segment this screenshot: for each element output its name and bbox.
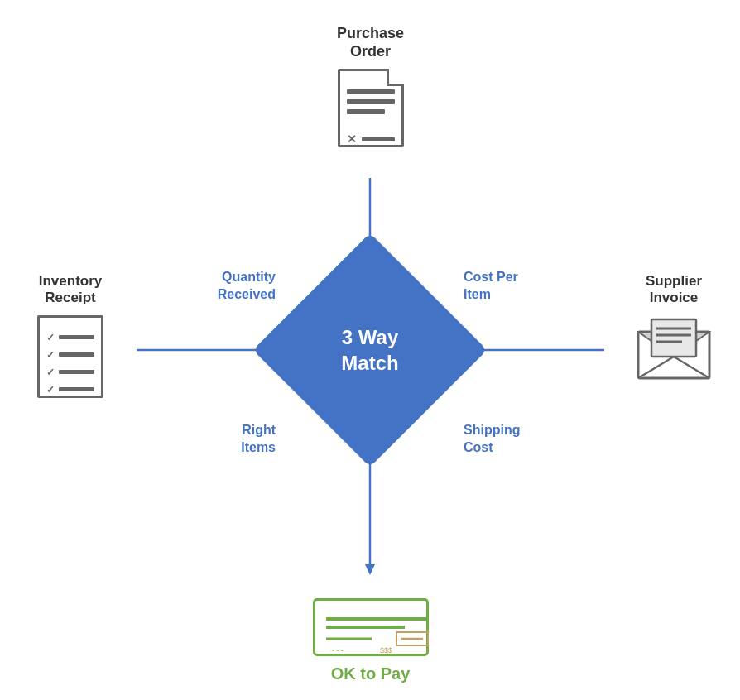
ok-to-pay-label: OK to Pay	[273, 664, 468, 683]
ok-to-pay-icon: ~~~ $$$	[313, 598, 429, 656]
quantity-received-label: Quantity Received	[160, 269, 276, 304]
inventory-receipt-label: Inventory Receipt	[17, 273, 124, 307]
svg-marker-7	[365, 564, 375, 575]
svg-text:$$$: $$$	[380, 646, 392, 654]
diagram-container: Purchase Order ✕ Inventory Receipt ✓	[0, 0, 740, 700]
purchase-order-section: Purchase Order ✕	[306, 25, 435, 147]
right-items-label: Right Items	[160, 422, 276, 457]
supplier-invoice-section: Supplier Invoice	[620, 273, 728, 385]
supplier-invoice-label: Supplier Invoice	[620, 273, 728, 307]
supplier-invoice-icon	[637, 315, 711, 385]
purchase-order-icon: ✕	[338, 69, 404, 147]
svg-text:~~~: ~~~	[330, 646, 344, 654]
purchase-order-label: Purchase Order	[306, 25, 435, 60]
svg-rect-12	[651, 319, 696, 357]
diamond-text: 3 Way Match	[287, 267, 453, 433]
inventory-receipt-section: Inventory Receipt ✓ ✓ ✓ ✓	[17, 273, 124, 398]
ok-to-pay-section: ~~~ $$$ OK to Pay	[273, 598, 468, 683]
cost-per-item-label: Cost Per Item	[464, 269, 571, 304]
inventory-receipt-icon: ✓ ✓ ✓ ✓	[37, 315, 103, 398]
shipping-cost-label: Shipping Cost	[464, 422, 571, 457]
